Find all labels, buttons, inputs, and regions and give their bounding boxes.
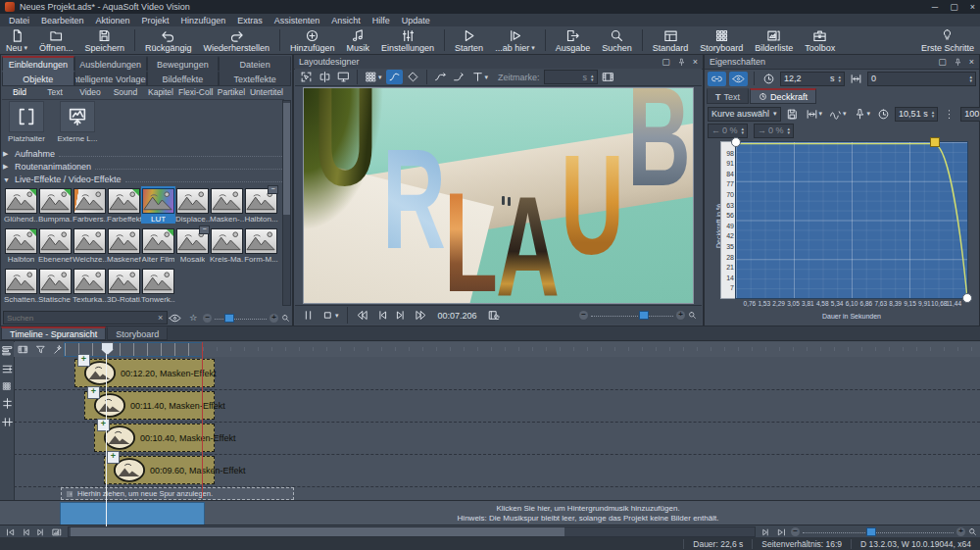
arrange-icon[interactable] bbox=[2, 381, 12, 391]
toolbar-button-speichern[interactable]: Speichern bbox=[78, 26, 130, 54]
menu-projekt[interactable]: Projekt bbox=[136, 16, 175, 25]
playhead-line[interactable] bbox=[106, 342, 107, 526]
expand-clip-button[interactable]: + bbox=[97, 419, 110, 431]
object-item[interactable]: Externe L... bbox=[56, 101, 99, 146]
stretch-button[interactable]: ▾ bbox=[804, 108, 825, 121]
tab-intelligentevorlagen[interactable]: Intelligente Vorlagen bbox=[74, 71, 147, 86]
category-flexicoll[interactable]: Flexi-Coll... bbox=[178, 86, 214, 99]
toolbar-button-suchen[interactable]: Suchen bbox=[596, 26, 638, 54]
panel-close-icon[interactable]: × bbox=[693, 57, 698, 67]
duration-field[interactable]: 12,2 s ▴▾ bbox=[780, 72, 845, 86]
effect-item-kreisma[interactable]: Kreis-Ma... bbox=[210, 226, 244, 264]
effect-item-farbeffekte[interactable]: Farbeffekte bbox=[107, 186, 141, 224]
effect-item-schatten[interactable]: Schatten... bbox=[4, 267, 38, 304]
menu-ansicht[interactable]: Ansicht bbox=[325, 16, 367, 25]
maximize-button[interactable]: ▢ bbox=[950, 2, 958, 12]
clear-search-icon[interactable]: × bbox=[158, 313, 163, 323]
timeline-clip[interactable]: +00:10.40, Masken-Effekt bbox=[94, 424, 215, 452]
timeline-hscrollbar[interactable] bbox=[68, 526, 756, 537]
effect-item-tonwerk[interactable]: Tonwerk... bbox=[141, 267, 175, 304]
preview-zoom-slider[interactable] bbox=[591, 314, 673, 317]
curve-preset-dropdown[interactable]: Kurve auswähl▾ bbox=[708, 107, 781, 122]
toolbar-button-hinzufügen[interactable]: Hinzufügen bbox=[284, 26, 341, 54]
toolbar-button-neu[interactable]: Neu ▾ bbox=[0, 26, 33, 54]
scroll-right2-button[interactable] bbox=[760, 527, 773, 537]
section-routenanimationen[interactable]: ▶Routenanimationen bbox=[3, 161, 282, 173]
object-item[interactable]: Platzhalter bbox=[5, 101, 48, 146]
zoom-slider[interactable] bbox=[215, 317, 267, 320]
category-partikel[interactable]: Partikel bbox=[214, 86, 249, 99]
timeline-clip[interactable]: +00:12.20, Masken-Effekt bbox=[74, 359, 215, 387]
tab-text[interactable]: T Text bbox=[707, 88, 749, 104]
search-input[interactable] bbox=[3, 311, 168, 325]
effect-item-maskenef[interactable]: Maskenef... bbox=[107, 226, 141, 264]
effect-item-halbton[interactable]: −Halbton... bbox=[244, 186, 278, 224]
scroll-right-button[interactable] bbox=[34, 527, 48, 537]
music-clip[interactable] bbox=[60, 502, 205, 526]
text-tool-button[interactable]: ▾ bbox=[469, 70, 491, 84]
wave-button[interactable]: ▾ bbox=[827, 108, 849, 121]
timeline-clip[interactable]: +00:11.40, Masken-Effekt bbox=[84, 391, 215, 420]
tab-bewegungen[interactable]: Bewegungen bbox=[147, 56, 220, 72]
expand-clip-button[interactable]: + bbox=[87, 386, 100, 399]
tab-einblendungen[interactable]: Einblendungen bbox=[2, 56, 74, 72]
previous-frame-button[interactable] bbox=[373, 309, 390, 322]
visibility-icon[interactable] bbox=[729, 72, 748, 86]
menu-hilfe[interactable]: Hilfe bbox=[367, 16, 396, 25]
toolbar-button-bilderliste[interactable]: Bilderliste bbox=[749, 26, 799, 54]
menu-update[interactable]: Update bbox=[396, 16, 436, 25]
zoom-in-button[interactable]: + bbox=[270, 314, 278, 323]
menu-extras[interactable]: Extras bbox=[231, 16, 269, 25]
minimize-button[interactable]: ─ bbox=[932, 2, 938, 12]
toolbar-button-storyboard[interactable]: Storyboard bbox=[694, 26, 749, 54]
effect-item-glhend[interactable]: Glühend... bbox=[4, 186, 38, 224]
timeline-clip[interactable]: +00:09.60, Masken-Effekt bbox=[104, 456, 215, 484]
toolbar-button-wiederherstellen[interactable]: Wiederherstellen bbox=[197, 26, 275, 54]
fade-out-field[interactable]: → 0 % ▴▾ bbox=[754, 124, 794, 138]
effect-item-texturka[interactable]: Texturka... bbox=[73, 267, 107, 304]
effect-item-masken[interactable]: Masken-... bbox=[210, 186, 244, 224]
preview-zoom-in-button[interactable]: + bbox=[676, 311, 685, 320]
expand-clip-button[interactable]: + bbox=[107, 451, 120, 464]
transform-tool-icon[interactable] bbox=[317, 70, 333, 84]
category-sound[interactable]: Sound bbox=[108, 86, 143, 99]
next-frame-button[interactable] bbox=[393, 309, 410, 322]
toolbar-button-öffnen[interactable]: Öffnen... bbox=[33, 26, 78, 54]
curve-in-tool-icon[interactable] bbox=[432, 70, 449, 84]
keyframe-time-field[interactable]: 10,51 s ▴▾ bbox=[895, 107, 938, 122]
menu-aktionen[interactable]: Aktionen bbox=[90, 16, 136, 25]
close-button[interactable]: × bbox=[970, 2, 975, 12]
save-curve-icon[interactable] bbox=[784, 108, 801, 121]
zeitmarke-field[interactable]: s ▴▾ bbox=[544, 70, 598, 84]
effect-item-weichze[interactable]: Weichze... bbox=[73, 226, 107, 264]
menu-assistenten[interactable]: Assistenten bbox=[269, 16, 326, 25]
new-track-dropzone[interactable]: Hierhin ziehen, um neue Spur anzulegen. bbox=[61, 487, 294, 500]
effect-item-3drotati[interactable]: 3D-Rotati... bbox=[107, 267, 141, 304]
tab-deckkraft[interactable]: Deckkraft bbox=[750, 88, 816, 104]
category-text[interactable]: Text bbox=[37, 86, 73, 99]
link-icon[interactable] bbox=[708, 72, 726, 86]
effects-scrollbar[interactable] bbox=[282, 100, 291, 306]
image-chip-icon[interactable] bbox=[50, 527, 64, 537]
scroll-left-button[interactable] bbox=[19, 527, 32, 537]
erste-schritte-button[interactable]: Erste Schritte bbox=[915, 26, 980, 54]
preview-zoom-out-button[interactable]: − bbox=[579, 311, 588, 320]
keyframe-point[interactable] bbox=[731, 137, 741, 147]
keyframe-value-field[interactable]: 100 % ▴▾ bbox=[960, 107, 980, 122]
go-end-button[interactable] bbox=[775, 527, 789, 537]
toolbar-button-abhier[interactable]: ...ab hier ▾ bbox=[489, 26, 541, 54]
effect-item-farbvers[interactable]: Farbvers... bbox=[73, 186, 107, 224]
toolbar-button-ausgabe[interactable]: Ausgabe bbox=[550, 26, 597, 54]
menu-datei[interactable]: Datei bbox=[3, 16, 35, 25]
video-preview[interactable]: URLAUB bbox=[303, 87, 694, 304]
timeline-tab-timelinespuransicht[interactable]: Timeline - Spuransicht bbox=[1, 326, 106, 340]
curve-plot[interactable] bbox=[735, 141, 968, 299]
curve-out-tool-icon[interactable] bbox=[451, 70, 467, 84]
category-bild[interactable]: Bild bbox=[2, 86, 37, 99]
go-start-button[interactable] bbox=[3, 527, 17, 537]
timeline-zoom-in-button[interactable]: + bbox=[956, 527, 965, 536]
more-icon[interactable] bbox=[941, 108, 957, 121]
track-manager-icon[interactable] bbox=[1, 344, 14, 357]
music-track[interactable]: Klicken Sie hier, um Hintergrundmusik hi… bbox=[0, 500, 980, 525]
offset-field[interactable]: 0 ▴▾ bbox=[867, 72, 976, 86]
